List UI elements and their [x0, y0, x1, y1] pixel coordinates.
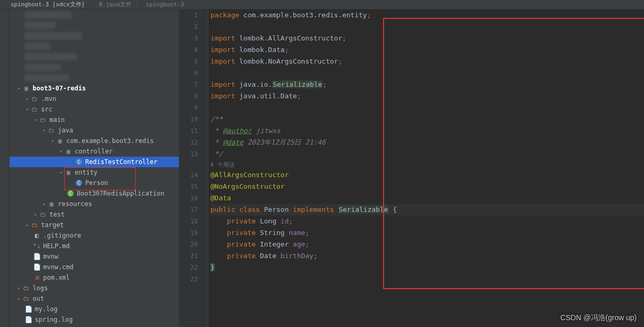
package-icon: ▣ — [64, 169, 73, 176]
file-icon: 📄 — [24, 305, 33, 313]
folder-icon: 🗀 — [47, 127, 56, 134]
tree-label: my.log — [35, 305, 57, 313]
file-icon: 📄 — [24, 316, 33, 323]
chevron-down-icon[interactable]: ▾ — [49, 138, 56, 144]
line-number[interactable]: 14 — [179, 169, 198, 181]
usage-hint[interactable]: 6 个用法 — [210, 161, 235, 168]
tree-node[interactable]: ▾ 🗀 src — [9, 104, 179, 115]
chevron-right-icon[interactable]: ▸ — [33, 212, 39, 217]
breadcrumb-item[interactable]: B.java文件 — [99, 1, 132, 8]
tree-label: controller — [75, 148, 113, 155]
project-tree[interactable]: ▾ ▣ boot3-07-redis ▸ 🗀 .mvn ▾ 🗀 src ▾ 🗀 … — [9, 9, 179, 327]
package-icon: ▣ — [56, 137, 64, 145]
line-number[interactable]: 23 — [179, 273, 198, 285]
chevron-right-icon[interactable]: ▸ — [24, 96, 31, 101]
package-icon: ▣ — [64, 148, 73, 155]
fold-gutter[interactable] — [202, 9, 208, 327]
tree-node[interactable]: ▸ ⫠ 外部库 — [9, 325, 179, 327]
folder-icon: 🗀 — [22, 284, 31, 292]
tree-label: target — [41, 221, 64, 229]
line-number[interactable]: 11 — [179, 125, 198, 137]
tree-node[interactable]: 📄 mvnw.cmd — [9, 262, 179, 272]
chevron-right-icon[interactable]: ▸ — [24, 222, 31, 228]
tree-node[interactable]: C Boot307RedisApplication — [9, 188, 179, 199]
line-number[interactable]: 19 — [179, 227, 198, 239]
tree-node[interactable]: ᴹ↓ HELP.md — [9, 241, 179, 251]
chevron-right-icon[interactable]: ▸ — [16, 296, 22, 301]
line-number[interactable]: 8 — [179, 90, 198, 102]
code-content[interactable]: package com.example.boot3.redis.entity; … — [208, 9, 644, 327]
tree-node[interactable]: ▸ 🗀 target — [9, 220, 179, 230]
tree-label: src — [41, 106, 53, 113]
file-icon: ᴹ↓ — [33, 242, 41, 250]
chevron-down-icon[interactable]: ▾ — [41, 128, 47, 133]
tree-node[interactable]: ▾ ▣ controller — [9, 146, 179, 157]
tree-node[interactable]: ▸ 🗀 test — [9, 209, 179, 220]
chevron-down-icon[interactable]: ▾ — [16, 86, 22, 91]
line-number[interactable]: 21 — [179, 250, 198, 262]
maven-icon: m — [33, 274, 41, 281]
class-icon: C — [66, 190, 75, 197]
breadcrumb-sep: 〉 — [89, 1, 95, 8]
line-number[interactable]: 4 — [179, 44, 198, 56]
tree-node-entity[interactable]: ▾ ▣ entity — [9, 167, 179, 178]
class-icon: C — [75, 159, 83, 165]
folder-icon: 🗀 — [31, 106, 39, 113]
tree-label: resources — [58, 200, 92, 208]
tree-node[interactable]: 📄 my.log — [9, 304, 179, 314]
line-number[interactable]: 17 — [179, 204, 198, 216]
line-number[interactable]: 13 — [179, 148, 198, 160]
line-number-gutter[interactable]: 1 2 3 4 5 6 7 8 9 10 11 12 13 14 15 16 1… — [179, 9, 202, 327]
tree-node[interactable]: ▾ ▣ com.example.boot3.redis — [9, 136, 179, 146]
tree-node[interactable]: ▸ 🗀 out — [9, 293, 179, 304]
tree-node[interactable]: ▾ 🗀 java — [9, 125, 179, 136]
chevron-down-icon[interactable]: ▾ — [33, 117, 39, 122]
chevron-down-icon[interactable]: ▾ — [58, 170, 64, 175]
tree-node[interactable]: 📄 spring.log — [9, 314, 179, 325]
line-number[interactable]: 5 — [179, 56, 198, 67]
chevron-down-icon[interactable]: ▾ — [24, 107, 31, 112]
tree-node-selected[interactable]: C RedisTestController — [9, 157, 179, 167]
tree-node[interactable]: ◧ .gitignore — [9, 230, 179, 241]
chevron-right-icon[interactable]: ▸ — [16, 285, 22, 291]
line-number[interactable]: 18 — [179, 216, 198, 227]
breadcrumb-item[interactable]: spingboot-3 [xdcx文件] — [11, 1, 85, 8]
chevron-down-icon[interactable]: ▾ — [58, 149, 64, 154]
folder-icon: 🗀 — [31, 95, 39, 103]
tree-node[interactable]: ▸ 🗀 logs — [9, 283, 179, 293]
tree-label: Boot307RedisApplication — [77, 190, 164, 197]
line-number[interactable]: 12 — [179, 137, 198, 148]
breadcrumb-item[interactable]: spingboot-3 — [146, 1, 184, 8]
line-number[interactable]: 9 — [179, 102, 198, 114]
line-number[interactable]: 6 — [179, 67, 198, 79]
breadcrumb-sep: 〉 — [136, 1, 142, 8]
tree-node-person[interactable]: C Person — [9, 178, 179, 188]
line-number[interactable]: 20 — [179, 239, 198, 250]
line-number[interactable]: 22 — [179, 262, 198, 273]
tree-label: .mvn — [41, 95, 56, 103]
tree-node[interactable]: ▸ ▣ resources — [9, 199, 179, 209]
tree-label: boot3-07-redis — [33, 85, 86, 92]
tree-node-root[interactable]: ▾ ▣ boot3-07-redis — [9, 83, 179, 94]
tree-label: Person — [85, 179, 108, 187]
tree-label: out — [33, 295, 44, 302]
tree-node[interactable]: ▾ 🗀 main — [9, 115, 179, 125]
tool-window-stripe[interactable] — [0, 9, 9, 327]
chevron-right-icon[interactable]: ▸ — [41, 201, 47, 207]
line-number[interactable]: 15 — [179, 181, 198, 192]
tree-node[interactable]: m pom.xml — [9, 272, 179, 283]
line-number[interactable]: 1 — [179, 9, 198, 21]
line-number[interactable]: 7 — [179, 79, 198, 90]
line-number[interactable]: 3 — [179, 33, 198, 44]
tree-label: RedisTestController — [85, 158, 157, 166]
code-editor[interactable]: 1 2 3 4 5 6 7 8 9 10 11 12 13 14 15 16 1… — [179, 9, 644, 327]
folder-icon: ▣ — [47, 200, 56, 208]
folder-icon: 🗀 — [22, 295, 31, 302]
tree-label: com.example.boot3.redis — [66, 137, 154, 145]
tree-node[interactable]: ▸ 🗀 .mvn — [9, 94, 179, 104]
line-number[interactable]: 10 — [179, 114, 198, 125]
file-icon: ◧ — [33, 232, 41, 239]
tree-node[interactable]: 📄 mvnw — [9, 251, 179, 262]
line-number[interactable]: 2 — [179, 21, 198, 33]
line-number[interactable]: 16 — [179, 192, 198, 204]
